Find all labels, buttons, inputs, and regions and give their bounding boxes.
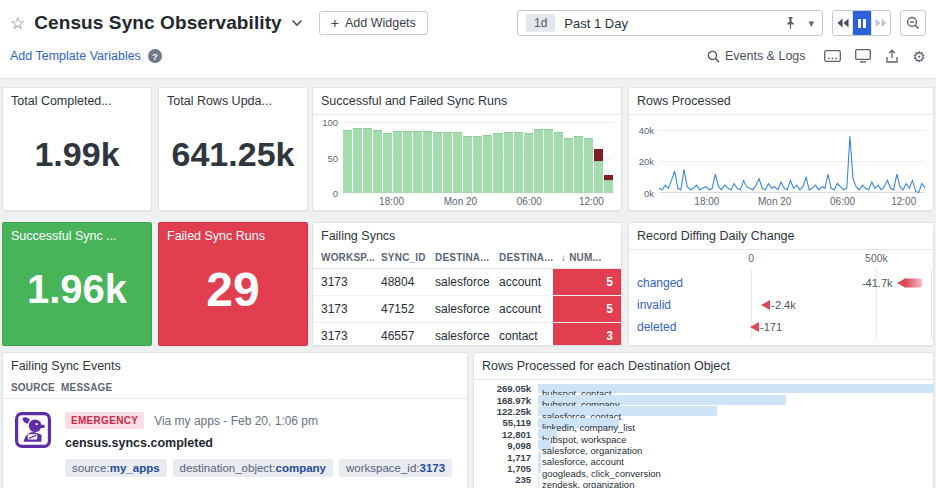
toplist-row[interactable]: 269.05khubspot, contact bbox=[474, 383, 933, 394]
bar bbox=[443, 122, 452, 193]
table-row[interactable]: 317346557salesforcecontact3 bbox=[313, 323, 621, 346]
column-header[interactable]: DESTINA... bbox=[435, 252, 499, 263]
x-axis-label: 18:00 bbox=[694, 196, 719, 207]
pause-live-button[interactable] bbox=[852, 11, 871, 35]
bar bbox=[554, 122, 563, 193]
success-bar-segment bbox=[524, 133, 533, 193]
widget-title: Failed Sync Runs bbox=[159, 223, 307, 247]
time-range-badge: 1d bbox=[526, 14, 555, 32]
time-range-caret-icon[interactable]: ▾ bbox=[808, 17, 814, 30]
add-widgets-button[interactable]: + Add Widgets bbox=[319, 11, 428, 35]
events-col-message: MESSAGE bbox=[61, 382, 112, 393]
header-icons: ⚙ bbox=[824, 49, 926, 64]
sync-runs-bar-chart[interactable]: 10050018:00Mon 2006:0012:00 bbox=[343, 122, 613, 193]
toplist-value: 269.05k bbox=[474, 383, 538, 394]
table-cell: account bbox=[491, 269, 553, 295]
table-cell: 3173 bbox=[313, 269, 373, 295]
rows-processed-line bbox=[659, 122, 925, 193]
bar bbox=[473, 122, 482, 193]
bar bbox=[383, 122, 392, 193]
event-tag[interactable]: source:my_apps bbox=[65, 459, 167, 477]
table-row[interactable]: 317348804salesforceaccount5 bbox=[313, 269, 621, 296]
share-export-icon[interactable] bbox=[885, 49, 899, 64]
event-row[interactable]: EMERGENCY Via my apps - Feb 20, 1:06 pm … bbox=[3, 399, 467, 477]
toplist-bar-cell: linkedin, company_list bbox=[538, 417, 933, 428]
toplist-row[interactable]: 12,801hubspot, workspace bbox=[474, 429, 933, 440]
favorite-star-icon[interactable]: ☆ bbox=[10, 13, 25, 34]
time-forward-button[interactable] bbox=[871, 11, 890, 35]
help-icon[interactable]: ? bbox=[148, 49, 162, 63]
fullscreen-monitor-icon[interactable] bbox=[855, 49, 871, 63]
widget-failing-syncs-table: Failing Syncs WORKSP...SYNC_IDDESTINA...… bbox=[312, 222, 622, 346]
toplist-row[interactable]: 55,119linkedin, company_list bbox=[474, 417, 933, 428]
change-axis-label: 500k bbox=[865, 252, 888, 264]
bar bbox=[483, 122, 492, 193]
table-row[interactable]: 317347152salesforceaccount5 bbox=[313, 296, 621, 323]
events-logs-button[interactable]: Events & Logs bbox=[707, 49, 806, 63]
bar bbox=[393, 122, 402, 193]
bar bbox=[514, 122, 523, 193]
toplist-row[interactable]: 122.25ksalesforce, contact bbox=[474, 406, 933, 417]
bar bbox=[574, 122, 583, 193]
successful-sync-value: 1.96k bbox=[3, 247, 151, 331]
num-sync-errors-cell: 5 bbox=[553, 269, 621, 295]
change-value: -171 bbox=[760, 321, 782, 333]
toplist-row[interactable]: 235zendesk, organization bbox=[474, 474, 933, 485]
event-tag[interactable]: destination_object:company bbox=[173, 459, 333, 477]
pin-timeframe-icon[interactable] bbox=[784, 16, 797, 30]
x-axis-label: 12:00 bbox=[579, 196, 604, 207]
change-row-label-deleted[interactable]: deleted bbox=[637, 320, 676, 334]
title-dropdown-button[interactable] bbox=[291, 19, 303, 27]
bar bbox=[564, 122, 573, 193]
rows-processed-line-chart[interactable]: 40k20k0k18:00Mon 2006:0012:00 bbox=[659, 122, 925, 193]
widget-failed-sync-runs: Failed Sync Runs 29 bbox=[158, 222, 308, 346]
column-header[interactable]: ↓NUM... bbox=[561, 252, 621, 263]
success-bar-segment bbox=[483, 135, 492, 193]
zoom-out-icon bbox=[906, 16, 920, 30]
toplist-bar-cell: salesforce, account bbox=[538, 451, 933, 462]
event-tag[interactable]: workspace_id:3173 bbox=[339, 459, 452, 477]
dashboard-title[interactable]: Census Sync Observability bbox=[34, 12, 282, 34]
widget-title: Total Completed... bbox=[3, 88, 151, 112]
tv-mode-icon[interactable] bbox=[824, 50, 841, 63]
gear-icon[interactable]: ⚙ bbox=[913, 49, 926, 64]
success-bar-segment bbox=[544, 129, 553, 193]
add-template-variables-link[interactable]: Add Template Variables bbox=[10, 49, 141, 63]
widget-title: Failing Syncs bbox=[313, 223, 621, 247]
time-backward-button[interactable] bbox=[833, 11, 852, 35]
column-header[interactable]: WORKSP... bbox=[321, 252, 381, 263]
table-cell: 3173 bbox=[313, 296, 373, 322]
record-diffing-change-chart[interactable]: 0500kchanged-41.7kinvalid-2.4kdeleted-17… bbox=[629, 250, 933, 345]
change-row: invalid-2.4k bbox=[629, 294, 933, 316]
toplist-bar-cell: googleads, click_conversion bbox=[538, 463, 933, 474]
success-bar-segment bbox=[514, 132, 523, 193]
time-range-picker[interactable]: 1d Past 1 Day ▾ bbox=[517, 10, 823, 36]
toplist-row[interactable]: 9,098salesforce, organization bbox=[474, 440, 933, 451]
zoom-out-time-button[interactable] bbox=[900, 10, 926, 36]
toplist-row[interactable]: 1,717salesforce, account bbox=[474, 451, 933, 462]
success-bar-segment bbox=[564, 138, 573, 193]
change-row-label-changed[interactable]: changed bbox=[637, 276, 683, 290]
change-row: deleted-171 bbox=[629, 316, 933, 338]
header-title-row: ☆ Census Sync Observability + Add Widget… bbox=[0, 0, 936, 38]
bar bbox=[413, 122, 422, 193]
toplist-row[interactable]: 1,705googleads, click_conversion bbox=[474, 463, 933, 474]
table-cell: salesforce bbox=[427, 296, 491, 322]
change-value: -2.4k bbox=[771, 299, 795, 311]
success-bar-segment bbox=[594, 161, 603, 193]
success-bar-segment bbox=[413, 131, 422, 193]
rewind-icon bbox=[837, 18, 849, 28]
success-bar-segment bbox=[353, 128, 362, 193]
decrease-arrow-icon bbox=[897, 278, 906, 288]
sort-descending-icon: ↓ bbox=[561, 252, 566, 263]
time-shift-controls bbox=[832, 10, 891, 36]
change-row-label-invalid[interactable]: invalid bbox=[637, 298, 671, 312]
events-header-row: SOURCE MESSAGE bbox=[3, 377, 467, 399]
toplist-row[interactable]: 168.97khubspot, company bbox=[474, 394, 933, 405]
column-header[interactable]: SYNC_ID bbox=[381, 252, 435, 263]
total-completed-value: 1.99k bbox=[3, 112, 151, 196]
bar bbox=[433, 122, 442, 193]
y-axis-label: 0 bbox=[333, 188, 338, 199]
column-header[interactable]: DESTINA... bbox=[499, 252, 561, 263]
table-cell: salesforce bbox=[427, 323, 491, 346]
